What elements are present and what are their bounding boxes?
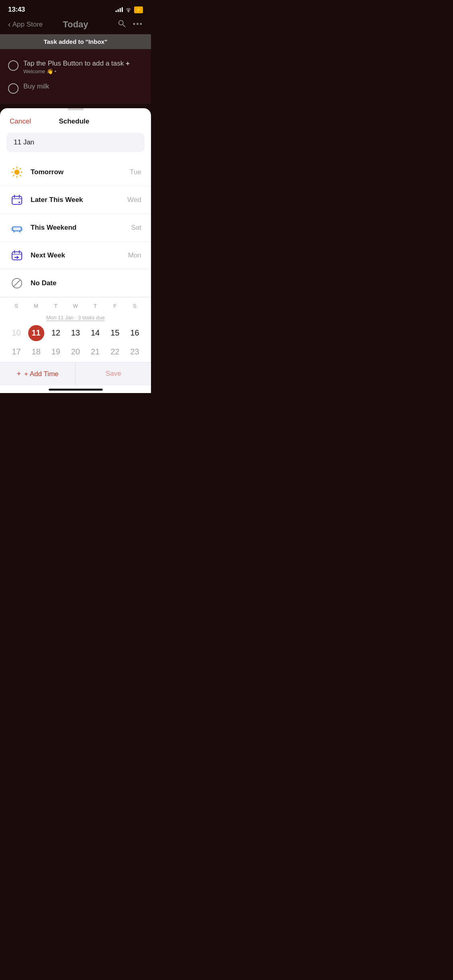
cal-day-21[interactable]: 21 [85,343,105,360]
svg-rect-11 [12,196,22,204]
dow-wed: W [66,301,85,311]
task-item-1: Tap the Plus Button to add a task + Welc… [8,56,143,78]
status-icons: ⚡ [116,6,143,13]
svg-point-2 [14,170,19,175]
option-tomorrow-day: Tue [130,168,141,176]
option-weekend[interactable]: This Weekend Sat [0,214,151,242]
nav-actions: ••• [118,19,143,29]
svg-line-9 [20,169,21,169]
svg-line-8 [20,175,21,176]
back-button[interactable]: ‹ App Store [8,20,43,29]
option-tomorrow[interactable]: Tomorrow Tue [0,159,151,186]
option-weekend-day: Sat [131,224,141,232]
sun-icon [10,165,24,179]
schedule-sheet: Cancel Schedule 11 Jan [0,108,151,393]
status-bar: 13:43 ⚡ [0,0,151,16]
dow-fri: F [105,301,125,311]
cal-day-16[interactable]: 16 [125,324,145,342]
cal-later-icon [10,193,24,207]
battery-icon: ⚡ [134,6,143,13]
background-content: Task added to "Inbox" Tap the Plus Butto… [0,34,151,104]
dow-thu: T [85,301,105,311]
dow-mon: M [26,301,46,311]
page-title: Today [63,19,88,30]
option-next-week-label: Next Week [31,251,65,259]
task-subtext-1: Welcome 👋 • [23,68,130,74]
calendar-week-2: 17 18 19 20 21 22 23 [6,343,145,360]
search-icon[interactable] [118,19,126,29]
nav-bar: ‹ App Store Today ••• [0,16,151,34]
calendar-subtext: Mon 11 Jan · 3 tasks due [6,313,145,324]
task-checkbox-1 [8,60,19,71]
option-next-week[interactable]: Next Week Mon [0,242,151,270]
back-arrow-icon: ‹ [8,20,11,29]
cal-day-19[interactable]: 19 [46,343,66,360]
cal-day-12[interactable]: 12 [46,324,66,342]
task-list-background: Tap the Plus Button to add a task + Welc… [0,49,151,104]
cal-day-23[interactable]: 23 [125,343,145,360]
dow-sun: S [6,301,26,311]
wifi-icon [125,7,132,12]
bottom-actions: + + Add Time Save [0,362,151,385]
svg-rect-19 [21,228,23,231]
option-no-date[interactable]: No Date [0,270,151,297]
plus-icon: + [17,370,21,378]
task-text-1: Tap the Plus Button to add a task + [23,60,130,68]
cal-day-22[interactable]: 22 [105,343,125,360]
svg-line-1 [123,25,125,27]
option-no-date-label: No Date [31,279,56,287]
notification-banner: Task added to "Inbox" [0,34,151,49]
calendar-dow-row: S M T W T F S [6,301,145,311]
cal-day-11-today[interactable]: 11 [26,324,46,342]
option-tomorrow-label: Tomorrow [31,168,64,176]
next-week-icon [10,248,24,263]
calendar-week-1: 10 11 12 13 14 15 16 [6,324,145,342]
cancel-button[interactable]: Cancel [10,117,31,126]
svg-rect-17 [14,228,20,231]
option-next-week-day: Mon [128,251,141,259]
svg-line-7 [13,169,14,169]
more-icon[interactable]: ••• [133,20,143,29]
svg-line-10 [13,175,14,176]
save-button[interactable]: Save [76,362,151,385]
svg-point-0 [119,21,123,25]
task-checkbox-2 [8,83,19,94]
status-time: 13:43 [8,6,25,14]
today-indicator: 11 [28,325,44,341]
cal-day-18[interactable]: 18 [26,343,46,360]
no-date-icon [10,276,24,290]
cal-day-17[interactable]: 17 [6,343,26,360]
cal-day-13[interactable]: 13 [66,324,85,342]
dow-sat: S [125,301,145,311]
cal-day-14[interactable]: 14 [85,324,105,342]
svg-point-15 [19,202,20,203]
task-text-2: Buy milk [23,82,49,91]
cal-day-15[interactable]: 15 [105,324,125,342]
add-time-label: + Add Time [24,370,59,378]
option-weekend-label: This Weekend [31,224,77,232]
sheet-header: Cancel Schedule [0,110,151,131]
option-later-week[interactable]: Later This Week Wed [0,186,151,214]
svg-rect-18 [11,228,13,231]
date-input[interactable]: 11 Jan [6,133,145,152]
home-indicator-area [0,385,151,393]
task-item-2: Buy milk [8,78,143,98]
svg-line-27 [14,280,20,286]
add-time-button[interactable]: + + Add Time [0,362,76,385]
option-later-day: Wed [127,196,141,204]
sheet-title: Schedule [59,117,89,126]
option-later-label: Later This Week [31,196,83,204]
home-bar [49,389,103,391]
sofa-icon [10,220,24,235]
schedule-options: Tomorrow Tue Later This Week Wed [0,159,151,297]
cal-day-10[interactable]: 10 [6,324,26,342]
back-label: App Store [12,21,43,29]
cal-day-20[interactable]: 20 [66,343,85,360]
signal-icon [116,7,123,12]
calendar-section: S M T W T F S Mon 11 Jan · 3 tasks due 1… [0,297,151,360]
dow-tue: T [46,301,66,311]
